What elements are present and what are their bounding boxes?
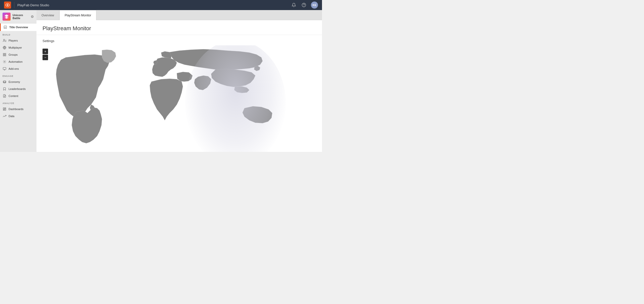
content-icon <box>3 94 7 98</box>
settings-icon[interactable]: ⚙ <box>31 15 34 19</box>
groups-label: Groups <box>9 53 18 56</box>
svg-rect-16 <box>3 67 6 70</box>
sidebar: Unicorn Battle ⚙ Title Overview BUILD <box>0 10 36 152</box>
game-title: Unicorn Battle <box>13 14 29 20</box>
svg-rect-22 <box>3 108 4 109</box>
sidebar-item-players[interactable]: Players <box>0 37 36 44</box>
leaderboards-icon <box>3 87 7 91</box>
build-section-label: BUILD <box>0 31 36 37</box>
page-body: Settings + − <box>36 35 322 152</box>
sidebar-item-economy[interactable]: Economy <box>0 78 36 85</box>
tab-overview[interactable]: Overview <box>36 11 59 20</box>
main-layout: Unicorn Battle ⚙ Title Overview BUILD <box>0 10 322 152</box>
svg-rect-24 <box>5 109 6 110</box>
notification-icon[interactable] <box>291 2 297 8</box>
tab-bar: Overview PlayStream Monitor <box>36 10 322 20</box>
svg-rect-23 <box>5 108 6 109</box>
page-title: PlayStream Monitor <box>43 25 316 32</box>
sidebar-header: Unicorn Battle ⚙ <box>0 10 36 23</box>
topbar-actions: KE <box>291 2 318 9</box>
dashboards-icon <box>3 107 7 111</box>
playfab-logo <box>4 2 11 9</box>
players-icon <box>3 39 7 42</box>
svg-rect-12 <box>5 53 6 54</box>
chart-icon <box>3 25 7 29</box>
sidebar-item-addons[interactable]: Add-ons <box>0 65 36 72</box>
sidebar-item-content[interactable]: Content <box>0 92 36 99</box>
data-label: Data <box>9 115 14 118</box>
svg-rect-25 <box>3 110 4 110</box>
multiplayer-icon <box>3 46 7 49</box>
automation-icon <box>3 60 7 63</box>
players-label: Players <box>9 39 18 42</box>
multiplayer-label: Multiplayer <box>9 46 22 49</box>
sidebar-item-leaderboards[interactable]: Leaderboards <box>0 85 36 92</box>
data-icon <box>3 114 7 118</box>
sidebar-item-groups[interactable]: Groups <box>0 51 36 58</box>
svg-rect-13 <box>3 55 4 56</box>
svg-rect-11 <box>3 53 4 54</box>
studio-name: PlayFab Demo Studio <box>17 3 49 7</box>
svg-rect-14 <box>5 55 6 56</box>
svg-point-19 <box>3 81 6 82</box>
topbar: PlayFab Demo Studio KE <box>0 0 322 10</box>
sidebar-item-multiplayer[interactable]: Multiplayer <box>0 44 36 51</box>
zoom-in-button[interactable]: + <box>43 49 48 54</box>
economy-label: Economy <box>9 80 20 83</box>
svg-point-1 <box>7 4 8 6</box>
main-content: Overview PlayStream Monitor PlayStream M… <box>36 10 322 152</box>
addons-label: Add-ons <box>9 67 19 70</box>
addons-icon <box>3 67 7 71</box>
zoom-controls: + − <box>43 49 48 60</box>
help-icon[interactable] <box>301 2 307 8</box>
leaderboards-label: Leaderboards <box>9 87 26 90</box>
sidebar-item-automation[interactable]: Automation <box>0 58 36 65</box>
topbar-divider <box>14 2 14 8</box>
user-avatar[interactable]: KE <box>311 2 318 9</box>
sidebar-item-title-overview[interactable]: Title Overview <box>0 23 36 31</box>
engage-section-label: ENGAGE <box>0 72 36 78</box>
map-svg <box>43 45 316 152</box>
automation-label: Automation <box>9 60 23 63</box>
svg-point-15 <box>4 61 5 62</box>
sidebar-item-dashboards[interactable]: Dashboards <box>0 106 36 113</box>
svg-point-2 <box>302 3 306 7</box>
dashboards-label: Dashboards <box>9 108 23 111</box>
settings-label: Settings <box>43 39 316 43</box>
zoom-out-button[interactable]: − <box>43 55 48 60</box>
content-label: Content <box>9 94 18 97</box>
sidebar-item-label: Title Overview <box>9 26 28 29</box>
sidebar-item-data[interactable]: Data <box>0 113 36 120</box>
economy-icon <box>3 80 7 84</box>
page-content: PlayStream Monitor Settings + − <box>36 20 322 152</box>
groups-icon <box>3 53 7 56</box>
world-map[interactable] <box>43 45 316 152</box>
analyze-section-label: ANALYZE <box>0 99 36 106</box>
page-header: PlayStream Monitor <box>36 20 322 35</box>
tab-playstream[interactable]: PlayStream Monitor <box>59 10 96 20</box>
game-icon <box>3 13 11 21</box>
svg-point-8 <box>4 39 5 41</box>
